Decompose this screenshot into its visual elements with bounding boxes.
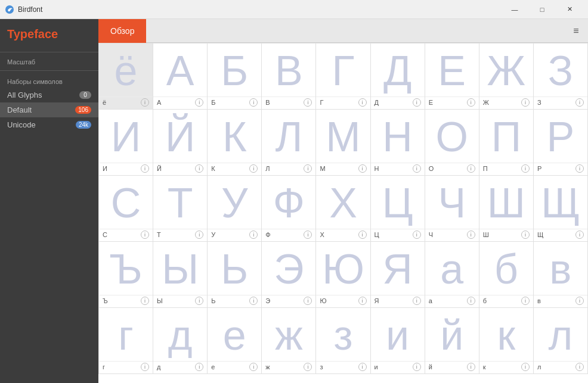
glyph-info-button[interactable]: i — [358, 98, 367, 107]
glyph-info-button[interactable]: i — [249, 164, 258, 173]
glyph-info-button[interactable]: i — [413, 363, 421, 371]
glyph-cell[interactable]: ЩЩi — [534, 176, 588, 242]
close-button[interactable]: ✕ — [556, 0, 583, 19]
glyph-info-button[interactable]: i — [413, 231, 421, 239]
glyph-cell[interactable]: ППi — [479, 110, 534, 176]
glyph-cell[interactable]: УУi — [208, 176, 262, 242]
glyph-cell[interactable]: ЛЛi — [262, 110, 316, 176]
glyph-cell[interactable]: ааi — [425, 242, 479, 308]
glyph-info-button[interactable]: i — [467, 231, 475, 239]
glyph-cell[interactable]: ЖЖi — [479, 43, 534, 110]
glyph-cell[interactable]: ллi — [534, 308, 588, 374]
glyph-cell[interactable]: ззi — [316, 308, 370, 374]
tab-overview[interactable]: Обзор — [98, 19, 146, 43]
glyph-cell[interactable]: ННi — [371, 110, 425, 176]
glyph-info-button[interactable]: i — [413, 98, 421, 107]
glyph-info-button[interactable]: i — [575, 363, 584, 371]
glyph-cell[interactable]: ААi — [153, 43, 208, 110]
glyph-cell[interactable]: ЧЧi — [425, 176, 479, 242]
glyph-info-button[interactable]: i — [521, 231, 530, 239]
glyph-cell[interactable]: ББi — [208, 43, 262, 110]
glyph-cell[interactable]: РРi — [534, 110, 588, 176]
glyph-info-button[interactable]: i — [141, 164, 149, 173]
glyph-info-button[interactable]: i — [195, 297, 203, 305]
glyph-info-button[interactable]: i — [575, 164, 584, 173]
glyph-info-button[interactable]: i — [304, 297, 312, 305]
glyph-cell[interactable]: ДДi — [371, 43, 425, 110]
glyph-cell[interactable]: ТТi — [153, 176, 208, 242]
glyph-cell[interactable]: ЮЮi — [316, 242, 370, 308]
glyph-cell[interactable]: ККi — [208, 110, 262, 176]
glyph-cell[interactable]: ббi — [479, 242, 534, 308]
glyph-info-button[interactable]: i — [195, 231, 203, 239]
glyph-cell[interactable]: ддi — [153, 308, 208, 374]
glyph-cell[interactable]: ФФi — [262, 176, 316, 242]
glyph-cell[interactable]: ЭЭi — [262, 242, 316, 308]
glyph-cell[interactable]: ЕЕi — [425, 43, 479, 110]
glyph-info-button[interactable]: i — [195, 363, 203, 371]
glyph-info-button[interactable]: i — [304, 363, 312, 371]
glyph-info-button[interactable]: i — [304, 164, 312, 173]
glyph-label: е — [211, 363, 249, 370]
glyph-cell[interactable]: ВВi — [262, 43, 316, 110]
glyph-info-button[interactable]: i — [467, 363, 475, 371]
glyph-info-button[interactable]: i — [141, 98, 149, 107]
maximize-button[interactable]: □ — [528, 0, 556, 19]
glyph-info-button[interactable]: i — [195, 164, 203, 173]
glyph-cell[interactable]: ХХi — [316, 176, 370, 242]
glyph-cell[interactable]: ММi — [316, 110, 370, 176]
glyph-info-button[interactable]: i — [358, 363, 367, 371]
glyph-cell[interactable]: ккi — [479, 308, 534, 374]
glyph-info-button[interactable]: i — [141, 363, 149, 371]
glyph-info-button[interactable]: i — [358, 164, 367, 173]
glyph-cell[interactable]: ЬЬi — [208, 242, 262, 308]
glyph-info-button[interactable]: i — [358, 231, 367, 239]
glyph-info-button[interactable]: i — [195, 98, 203, 107]
glyph-info-button[interactable]: i — [413, 297, 421, 305]
glyph-info-button[interactable]: i — [249, 363, 258, 371]
glyph-info-button[interactable]: i — [304, 98, 312, 107]
glyph-info-button[interactable]: i — [575, 98, 584, 107]
glyph-info-button[interactable]: i — [575, 297, 584, 305]
glyph-cell[interactable]: ССi — [99, 176, 153, 242]
glyph-info-button[interactable]: i — [467, 164, 475, 173]
glyph-cell[interactable]: ееi — [208, 308, 262, 374]
glyph-info-button[interactable]: i — [249, 297, 258, 305]
glyph-cell[interactable]: ООi — [425, 110, 479, 176]
glyph-cell[interactable]: ИИi — [99, 110, 153, 176]
glyph-cell[interactable]: ЪЪi — [99, 242, 153, 308]
glyph-cell[interactable]: ййi — [425, 308, 479, 374]
glyph-cell[interactable]: ггi — [99, 308, 153, 374]
glyph-cell[interactable]: ЫЫi — [153, 242, 208, 308]
glyph-info-button[interactable]: i — [467, 98, 475, 107]
glyph-grid-container[interactable]: ёёiААiББiВВiГГiДДiЕЕiЖЖiЗЗiИИiЙЙiККiЛЛiМ… — [98, 43, 588, 383]
glyph-info-button[interactable]: i — [141, 297, 149, 305]
glyph-info-button[interactable]: i — [358, 297, 367, 305]
glyph-info-button[interactable]: i — [141, 231, 149, 239]
glyph-info-button[interactable]: i — [521, 297, 530, 305]
glyph-cell[interactable]: ЦЦi — [371, 176, 425, 242]
glyph-cell[interactable]: ёёi — [99, 43, 153, 110]
glyph-cell[interactable]: ЙЙi — [153, 110, 208, 176]
glyph-cell[interactable]: ГГi — [316, 43, 370, 110]
glyph-info-button[interactable]: i — [521, 98, 530, 107]
glyph-cell[interactable]: жжi — [262, 308, 316, 374]
glyph-info-button[interactable]: i — [304, 231, 312, 239]
sidebar-item-default[interactable]: Default 106 — [0, 102, 98, 117]
sidebar-item-all-glyphs[interactable]: All Glyphs 0 — [0, 88, 98, 102]
glyph-cell[interactable]: ЯЯi — [371, 242, 425, 308]
glyph-info-button[interactable]: i — [249, 231, 258, 239]
glyph-info-button[interactable]: i — [467, 297, 475, 305]
glyph-cell[interactable]: ЗЗi — [534, 43, 588, 110]
glyph-info-button[interactable]: i — [249, 98, 258, 107]
glyph-cell[interactable]: ввi — [534, 242, 588, 308]
glyph-info-button[interactable]: i — [521, 363, 530, 371]
hamburger-menu-button[interactable]: ≡ — [564, 19, 588, 43]
sidebar-item-unicode[interactable]: Unicode 24k — [0, 117, 98, 132]
glyph-info-button[interactable]: i — [575, 231, 584, 239]
glyph-info-button[interactable]: i — [521, 164, 530, 173]
glyph-info-button[interactable]: i — [413, 164, 421, 173]
glyph-cell[interactable]: ШШi — [479, 176, 534, 242]
minimize-button[interactable]: — — [501, 0, 528, 19]
glyph-cell[interactable]: ииi — [371, 308, 425, 374]
